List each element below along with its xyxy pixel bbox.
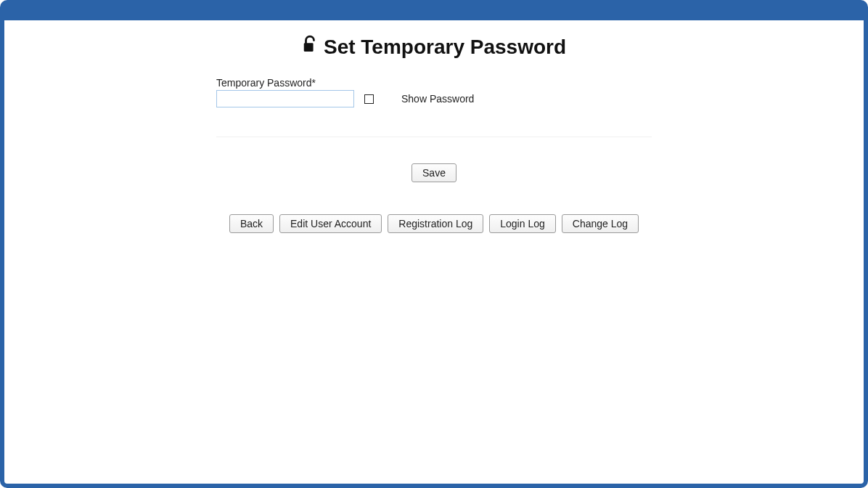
password-field-block: Temporary Password* xyxy=(216,77,354,107)
show-password-checkbox[interactable] xyxy=(364,94,374,104)
save-row: Save xyxy=(216,163,652,182)
temporary-password-input[interactable] xyxy=(216,90,354,107)
password-label: Temporary Password* xyxy=(216,77,354,89)
content-area: Set Temporary Password Temporary Passwor… xyxy=(216,20,652,233)
page-title-text: Set Temporary Password xyxy=(324,36,566,59)
change-log-button[interactable]: Change Log xyxy=(562,214,639,233)
page-title: Set Temporary Password xyxy=(302,35,566,59)
show-password-label: Show Password xyxy=(401,93,474,105)
registration-log-button[interactable]: Registration Log xyxy=(388,214,483,233)
unlock-icon xyxy=(302,35,318,59)
edit-user-account-button[interactable]: Edit User Account xyxy=(279,214,382,233)
svg-rect-0 xyxy=(304,43,314,52)
back-button[interactable]: Back xyxy=(229,214,274,233)
password-row: Temporary Password* Show Password xyxy=(216,77,652,107)
action-button-row: Back Edit User Account Registration Log … xyxy=(216,214,652,233)
login-log-button[interactable]: Login Log xyxy=(489,214,556,233)
divider xyxy=(216,137,652,137)
save-button[interactable]: Save xyxy=(412,163,456,182)
page-frame: Set Temporary Password Temporary Passwor… xyxy=(0,0,868,488)
